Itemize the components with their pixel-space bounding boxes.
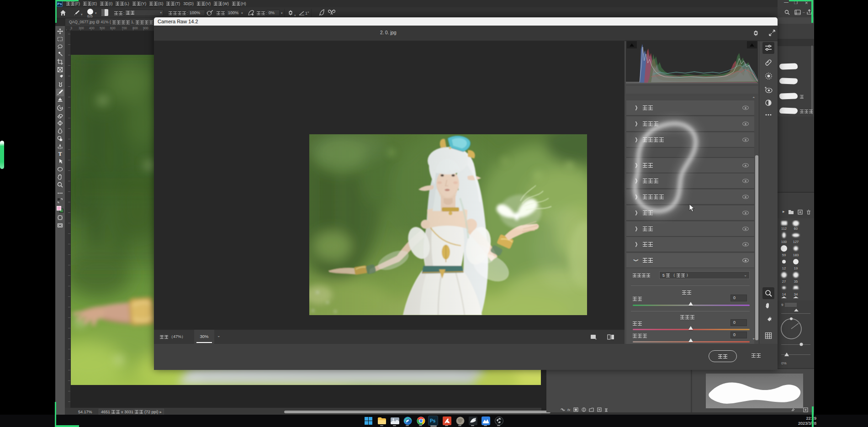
svg-text:35: 35 <box>794 279 798 284</box>
svg-text:183: 183 <box>793 253 799 257</box>
svg-text:Ps: Ps <box>430 418 436 423</box>
svg-text:fx: fx <box>567 408 571 412</box>
svg-text:19: 19 <box>794 266 798 270</box>
svg-text:60: 60 <box>794 227 798 231</box>
svg-text:27: 27 <box>782 279 786 284</box>
svg-text:127: 127 <box>793 240 799 244</box>
svg-text:9: 9 <box>781 303 783 307</box>
svg-text:112: 112 <box>781 227 787 231</box>
svg-text:0%: 0% <box>781 361 787 365</box>
svg-text:100: 100 <box>781 240 787 244</box>
svg-text:12: 12 <box>782 266 786 270</box>
svg-text:34: 34 <box>794 292 798 296</box>
svg-text:59: 59 <box>782 253 786 257</box>
svg-text:14: 14 <box>782 292 786 296</box>
